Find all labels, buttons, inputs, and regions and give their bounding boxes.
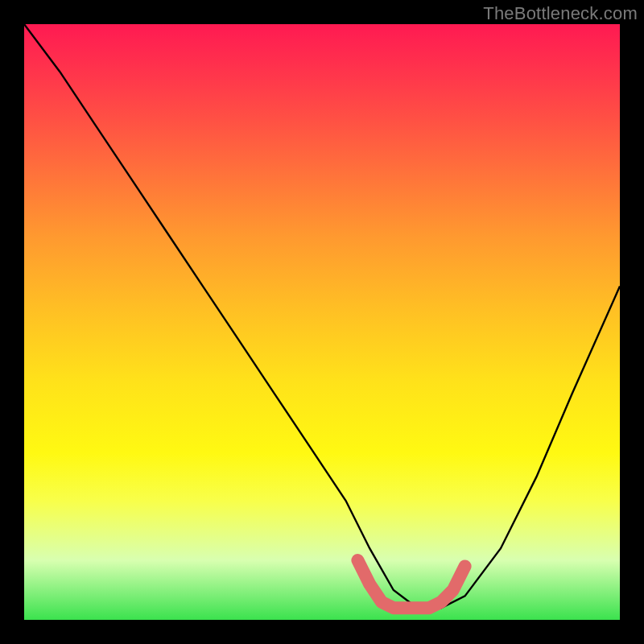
bottleneck-curve xyxy=(24,24,620,608)
chart-frame: TheBottleneck.com xyxy=(0,0,644,644)
watermark-label: TheBottleneck.com xyxy=(483,3,638,24)
chart-svg xyxy=(24,24,620,620)
chart-plot-area xyxy=(24,24,620,620)
optimal-band xyxy=(357,560,464,608)
